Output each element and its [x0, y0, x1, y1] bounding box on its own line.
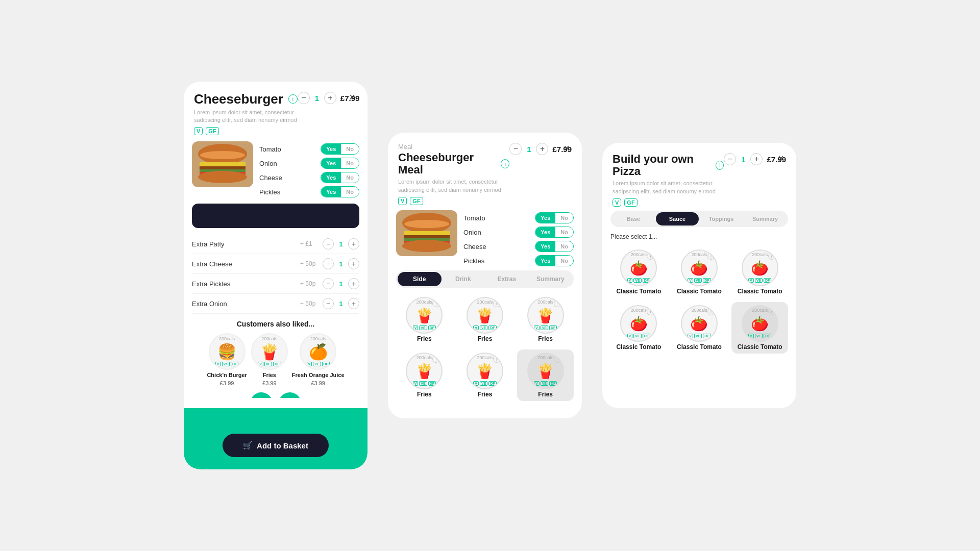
meal-toggle-onion-yes[interactable]: Yes	[535, 227, 555, 237]
grid-tomato-2[interactable]: 200cals 🍅 i V VE DF Classic Tomato	[671, 246, 728, 298]
grid-tomato-4[interactable]: 200cals 🍅 i V VE DF Classic Tomato	[610, 302, 667, 354]
tomato1-info[interactable]: i	[647, 253, 654, 260]
grid-tomato-5[interactable]: 200cals 🍅 i V VE DF Classic Tomato	[671, 302, 728, 354]
fries6-info[interactable]: i	[554, 356, 561, 363]
liked-item-juice[interactable]: 200cals 🍊 V VE DF Fresh Orange Juice £3.…	[292, 333, 345, 386]
close-button[interactable]: ×	[345, 90, 359, 104]
svg-point-8	[404, 220, 449, 228]
extra-onion-decrease[interactable]: −	[323, 298, 334, 309]
toggle-cheese-no[interactable]: No	[341, 172, 359, 183]
meal-burger-svg	[399, 213, 455, 254]
meal-toggle-tomato-no[interactable]: No	[555, 213, 573, 223]
toggle-onion-no[interactable]: No	[341, 158, 359, 168]
fries5-info[interactable]: i	[493, 356, 500, 363]
toggle-pickles-no[interactable]: No	[341, 187, 359, 197]
grid-fries-4[interactable]: 200cals 🍟 i V VE DF Fries	[396, 349, 453, 401]
extra-cheese-increase[interactable]: +	[348, 258, 359, 269]
grid-fries-3[interactable]: 200cals 🍟 i V VE DF Fries	[517, 294, 574, 345]
cheeseburger-card: × Cheeseburger i Lorem ipsum dolor sit a…	[184, 82, 368, 469]
tomato2-info[interactable]: i	[707, 253, 715, 260]
pizza-close-button[interactable]: ×	[774, 151, 788, 165]
meal-toggle-pickles-yes[interactable]: Yes	[535, 256, 555, 266]
please-select-text: Please select 1...	[602, 231, 796, 244]
toggle-tomato: Tomato Yes No	[259, 143, 359, 155]
meal-toggle-pickles: Pickles Yes No	[463, 255, 574, 266]
toggle-onion-yes[interactable]: Yes	[321, 158, 341, 168]
extra-onion-increase[interactable]: +	[348, 298, 359, 309]
meal-toggle-pickles-no[interactable]: No	[555, 256, 573, 266]
toggle-tomato-no[interactable]: No	[341, 144, 359, 154]
card1-description: Lorem ipsum dolor sit amet, consectetur …	[194, 109, 298, 124]
extra-cheese-decrease[interactable]: −	[323, 258, 334, 269]
tomato4-info[interactable]: i	[647, 308, 654, 315]
grid-tomato-3[interactable]: 200cals 🍅 i V VE DF Classic Tomato	[731, 246, 788, 298]
info-icon[interactable]: i	[288, 94, 298, 104]
tomato5-info[interactable]: i	[707, 308, 715, 315]
meal-toggle-cheese-yes[interactable]: Yes	[535, 241, 555, 252]
also-liked-title: Customers also liked...	[192, 320, 359, 328]
nav-arrows: ‹ ›	[184, 386, 368, 398]
grid-fries-2[interactable]: 200cals 🍟 i V VE DF Fries	[457, 294, 513, 345]
meal-toggle-cheese-no[interactable]: No	[555, 241, 573, 252]
grid-tomato-6[interactable]: 200cals 🍅 i V VE DF Classic Tomato	[731, 302, 788, 354]
svg-rect-3	[200, 166, 246, 169]
card1-title: Cheeseburger	[194, 92, 283, 107]
meal-info-icon[interactable]: i	[501, 159, 509, 168]
add-to-basket-button[interactable]: 🛒 Add to Basket	[223, 434, 329, 457]
pizza-info-icon[interactable]: i	[716, 161, 724, 170]
grid-fries-1[interactable]: 200cals 🍟 i V VE DF Fries	[396, 294, 453, 345]
toggle-pickles-yes[interactable]: Yes	[321, 187, 341, 197]
toggle-onion: Onion Yes No	[259, 158, 359, 169]
extra-pickles-decrease[interactable]: −	[323, 278, 334, 289]
pizza-qty-decrease[interactable]: −	[724, 153, 736, 165]
fries4-info[interactable]: i	[432, 356, 439, 363]
card1-bottom: 🛒 Add to Basket	[184, 408, 368, 469]
card1-tags: V GF	[194, 127, 298, 135]
pizza-card: × Build your own Pizza i Lorem ipsum dol…	[602, 143, 796, 408]
meal-toggle-tomato: Tomato Yes No	[463, 212, 574, 223]
basket-icon: 🛒	[243, 441, 253, 450]
meal-qty-decrease[interactable]: −	[509, 143, 522, 155]
meal-toggle-tomato-yes[interactable]: Yes	[535, 213, 555, 223]
qty-decrease[interactable]: −	[298, 92, 310, 104]
tomato6-info[interactable]: i	[768, 308, 775, 315]
qty-increase[interactable]: +	[324, 92, 336, 104]
toggle-tomato-yes[interactable]: Yes	[321, 144, 341, 154]
liked-item-burger[interactable]: 200cals 🍔 V VE DF Chick'n Burger £3.99	[207, 333, 247, 386]
tab-summary[interactable]: Summary	[529, 272, 573, 286]
grid-fries-6[interactable]: 200cals 🍟 i V VE DF Fries	[517, 349, 574, 401]
svg-point-1	[200, 151, 245, 159]
pizza-tab-toppings[interactable]: Toppings	[700, 212, 743, 226]
pizza-tab-sauce[interactable]: Sauce	[656, 212, 699, 226]
toggles-list: Tomato Yes No Onion Yes No Cheese	[259, 141, 359, 197]
pizza-tags: V GF	[612, 198, 724, 207]
grid-tomato-1[interactable]: 200cals 🍅 i V VE DF Classic Tomato	[610, 246, 667, 298]
tab-drink[interactable]: Drink	[442, 272, 485, 286]
extra-pickles-increase[interactable]: +	[348, 278, 359, 289]
fries3-info[interactable]: i	[554, 300, 561, 307]
liked-items: 200cals 🍔 V VE DF Chick'n Burger £3.99 2…	[192, 333, 359, 386]
nav-next[interactable]: ›	[279, 392, 301, 398]
nav-prev[interactable]: ‹	[250, 392, 273, 398]
liked-item-fries[interactable]: 200cals 🍟 V VE DF Fries £3.99	[251, 333, 288, 386]
tomato3-info[interactable]: i	[768, 253, 775, 260]
pizza-tab-summary[interactable]: Summary	[744, 212, 787, 226]
pizza-tab-base[interactable]: Base	[612, 212, 655, 226]
extra-patty-increase[interactable]: +	[348, 238, 359, 249]
pizza-qty-increase[interactable]: +	[750, 153, 763, 165]
fries1-info[interactable]: i	[432, 300, 439, 307]
meal-toggle-onion-no[interactable]: No	[555, 227, 573, 237]
extra-patty-decrease[interactable]: −	[323, 238, 334, 249]
meal-close-button[interactable]: ×	[559, 141, 574, 155]
tab-extras[interactable]: Extras	[485, 272, 529, 286]
toggle-cheese-yes[interactable]: Yes	[321, 172, 341, 183]
svg-point-13	[402, 240, 451, 252]
grid-fries-5[interactable]: 200cals 🍟 i V VE DF Fries	[457, 349, 513, 401]
svg-point-6	[198, 171, 247, 183]
meal-tabs: Side Drink Extras Summary	[396, 270, 574, 288]
meal-items-grid: 200cals 🍟 i V VE DF Fries 200cals 🍟 i V …	[388, 292, 582, 403]
meal-toggle-cheese: Cheese Yes No	[463, 241, 574, 252]
tab-side[interactable]: Side	[398, 272, 442, 286]
meal-qty-increase[interactable]: +	[536, 143, 548, 155]
fries2-info[interactable]: i	[493, 300, 500, 307]
